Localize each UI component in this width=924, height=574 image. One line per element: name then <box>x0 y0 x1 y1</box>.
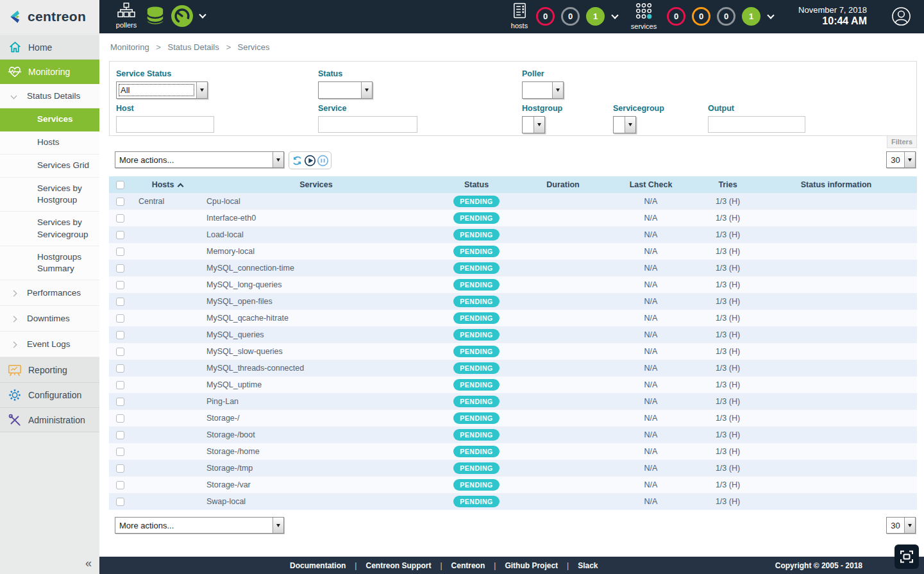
row-checkbox[interactable] <box>116 231 124 239</box>
hosts-chevron-icon[interactable] <box>611 12 618 19</box>
row-checkbox[interactable] <box>116 381 124 389</box>
service-input[interactable] <box>318 116 417 133</box>
page-size-select-bottom[interactable]: 30 <box>886 517 916 534</box>
host-cell[interactable] <box>131 310 204 326</box>
sidebar-item-downtimes[interactable]: Downtimes <box>0 306 99 332</box>
hosts-unreachable-counter[interactable]: 0 <box>561 7 580 26</box>
status-select[interactable] <box>318 81 373 99</box>
hosts-status[interactable]: hosts <box>507 3 532 30</box>
row-checkbox[interactable] <box>116 331 124 339</box>
page-size-select-top[interactable]: 30 <box>886 151 916 168</box>
service-cell[interactable]: MySQL_open-files <box>204 293 428 310</box>
services-status[interactable]: services <box>629 3 659 30</box>
row-checkbox[interactable] <box>116 298 124 306</box>
host-cell[interactable] <box>131 426 204 443</box>
host-cell[interactable] <box>131 376 204 393</box>
host-cell[interactable] <box>131 460 204 477</box>
play-button[interactable] <box>304 155 316 167</box>
sidebar-item-hostgroups-summary[interactable]: Hostgroups Summary <box>0 246 99 280</box>
row-checkbox[interactable] <box>116 464 124 473</box>
host-cell[interactable] <box>131 293 204 310</box>
service-cell[interactable]: MySQL_queries <box>204 326 428 343</box>
service-cell[interactable]: Load-local <box>204 226 428 243</box>
service-status-select[interactable]: All <box>116 81 208 99</box>
sidebar-item-hosts[interactable]: Hosts <box>0 131 99 155</box>
more-actions-select-top[interactable]: More actions... <box>115 151 284 168</box>
servicegroup-select[interactable] <box>613 116 636 133</box>
host-cell[interactable] <box>131 326 204 343</box>
service-cell[interactable]: Storage-/home <box>204 443 428 460</box>
row-checkbox[interactable] <box>116 281 124 289</box>
services-ok-counter[interactable]: 1 <box>742 7 760 26</box>
services-chevron-icon[interactable] <box>767 12 774 19</box>
sidebar-item-administration[interactable]: Administration <box>0 408 99 432</box>
pause-button[interactable] <box>317 155 329 167</box>
row-checkbox[interactable] <box>116 398 124 406</box>
host-cell[interactable] <box>131 276 204 293</box>
service-cell[interactable]: Storage-/tmp <box>204 460 428 477</box>
footer-link[interactable]: Centreon <box>451 561 485 570</box>
host-cell[interactable] <box>131 360 204 376</box>
row-checkbox[interactable] <box>116 481 124 489</box>
refresh-button[interactable] <box>291 155 303 167</box>
sidebar-item-monitoring[interactable]: Monitoring <box>0 60 99 84</box>
pollers-status[interactable]: pollers <box>112 3 140 29</box>
breadcrumb-services[interactable]: Services <box>238 42 270 52</box>
poller-details-chevron-icon[interactable] <box>199 11 206 18</box>
service-cell[interactable]: MySQL_connection-time <box>204 260 428 276</box>
service-cell[interactable]: MySQL_slow-queries <box>204 343 428 360</box>
services-warning-counter[interactable]: 0 <box>692 7 710 26</box>
host-cell[interactable] <box>131 210 204 226</box>
footer-link[interactable]: Documentation <box>290 561 346 570</box>
footer-link[interactable]: Github Project <box>505 561 558 570</box>
column-header-status[interactable]: Status <box>428 176 525 193</box>
sidebar-item-reporting[interactable]: Reporting <box>0 357 99 383</box>
services-critical-counter[interactable]: 0 <box>667 7 685 26</box>
service-cell[interactable]: MySQL_threads-connected <box>204 360 428 376</box>
row-checkbox[interactable] <box>116 264 124 273</box>
host-input[interactable] <box>116 116 214 133</box>
service-cell[interactable]: MySQL_uptime <box>204 376 428 393</box>
sidebar-collapse-button[interactable]: « <box>85 557 92 570</box>
host-cell[interactable] <box>131 443 204 460</box>
services-unknown-counter[interactable]: 0 <box>717 7 735 26</box>
sidebar-item-event-logs[interactable]: Event Logs <box>0 332 99 357</box>
column-header-status-information[interactable]: Status information <box>755 176 917 193</box>
column-header-duration[interactable]: Duration <box>525 176 601 193</box>
service-cell[interactable]: Ping-Lan <box>204 393 428 410</box>
sidebar-item-home[interactable]: Home <box>0 35 99 60</box>
row-checkbox[interactable] <box>116 348 124 356</box>
host-cell[interactable] <box>131 343 204 360</box>
row-checkbox[interactable] <box>116 248 124 256</box>
sidebar-item-services-grid[interactable]: Services Grid <box>0 155 99 178</box>
service-cell[interactable]: MySQL_long-queries <box>204 276 428 293</box>
database-status-icon[interactable] <box>144 5 166 30</box>
host-cell[interactable] <box>131 493 204 510</box>
sidebar-item-services[interactable]: Services <box>0 108 99 131</box>
hosts-down-counter[interactable]: 0 <box>536 7 555 26</box>
column-header-hosts[interactable]: Hosts <box>131 176 204 193</box>
service-cell[interactable]: Cpu-local <box>204 193 428 210</box>
sidebar-item-performances[interactable]: Performances <box>0 280 99 306</box>
hostgroup-select[interactable] <box>522 116 545 133</box>
host-cell[interactable] <box>131 243 204 260</box>
service-cell[interactable]: Storage-/boot <box>204 426 428 443</box>
host-cell[interactable] <box>131 477 204 493</box>
sidebar-item-configuration[interactable]: Configuration <box>0 383 99 408</box>
host-cell[interactable] <box>131 393 204 410</box>
row-checkbox[interactable] <box>116 198 124 206</box>
sidebar-item-services-by-hostgroup[interactable]: Services by Hostgroup <box>0 178 99 212</box>
sidebar-item-status-details[interactable]: Status Details <box>0 84 99 108</box>
row-checkbox[interactable] <box>116 431 124 439</box>
service-cell[interactable]: Swap-local <box>204 493 428 510</box>
select-all-checkbox[interactable] <box>116 181 124 189</box>
column-header-tries[interactable]: Tries <box>700 176 755 193</box>
row-checkbox[interactable] <box>116 414 124 423</box>
service-cell[interactable]: Memory-local <box>204 243 428 260</box>
engine-gauge-status-icon[interactable] <box>171 5 193 30</box>
service-cell[interactable]: MySQL_qcache-hitrate <box>204 310 428 326</box>
row-checkbox[interactable] <box>116 448 124 456</box>
breadcrumb-status-details[interactable]: Status Details <box>168 42 219 52</box>
breadcrumb-monitoring[interactable]: Monitoring <box>110 42 149 52</box>
footer-link[interactable]: Slack <box>578 561 598 570</box>
